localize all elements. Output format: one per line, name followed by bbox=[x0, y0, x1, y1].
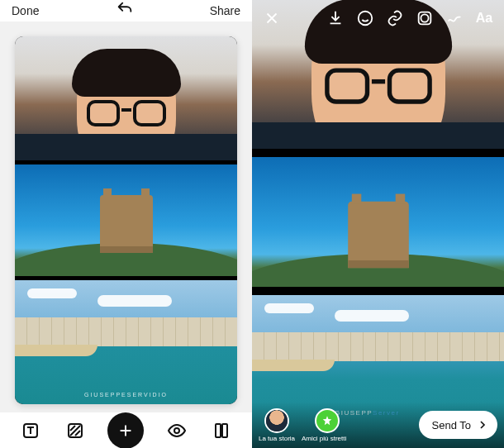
canvas-area: GIUSEPPESERVIDIO bbox=[0, 21, 252, 412]
link-button[interactable] bbox=[383, 7, 407, 30]
preview-icon bbox=[167, 421, 187, 441]
done-button[interactable]: Done bbox=[12, 4, 39, 17]
svg-point-2 bbox=[174, 428, 179, 433]
text-tool-icon bbox=[21, 421, 40, 441]
svg-rect-3 bbox=[216, 424, 221, 437]
undo-icon bbox=[116, 0, 134, 18]
text-tool-button[interactable] bbox=[18, 418, 43, 443]
texture-tool-button[interactable] bbox=[63, 418, 88, 443]
draw-button[interactable] bbox=[443, 7, 466, 30]
star-icon bbox=[321, 415, 333, 427]
send-to-label: Send To bbox=[432, 419, 471, 431]
collage-photo-3[interactable]: GIUSEPPESERVIDIO bbox=[15, 280, 237, 404]
story-compose-panel: Aa GIUSEPPServer La tua storia Amici più… bbox=[252, 0, 504, 448]
collage-editor-panel: Done Share bbox=[0, 0, 252, 448]
share-button[interactable]: Share bbox=[210, 4, 240, 17]
story-footer: La tua storia Amici più stretti Send To bbox=[252, 402, 504, 448]
preview-button[interactable] bbox=[164, 418, 189, 443]
collage-photo-1[interactable] bbox=[15, 36, 237, 160]
svg-point-5 bbox=[359, 12, 373, 26]
sticker-button[interactable] bbox=[354, 7, 377, 30]
close-friends-badge bbox=[315, 408, 340, 433]
close-icon bbox=[263, 9, 281, 27]
close-button[interactable] bbox=[260, 7, 283, 30]
photo-watermark: GIUSEPPESERVIDIO bbox=[84, 392, 168, 398]
download-icon bbox=[326, 9, 345, 27]
draw-icon bbox=[445, 9, 464, 27]
story-content[interactable] bbox=[252, 0, 504, 448]
chevron-right-icon bbox=[476, 418, 489, 431]
layout-button[interactable] bbox=[209, 418, 234, 443]
editor-toolbar bbox=[0, 412, 252, 448]
layout-icon bbox=[212, 421, 231, 441]
add-button[interactable] bbox=[107, 412, 144, 448]
download-button[interactable] bbox=[324, 7, 347, 30]
collage-card[interactable]: GIUSEPPESERVIDIO bbox=[15, 36, 237, 404]
editor-header: Done Share bbox=[0, 0, 252, 21]
effects-button[interactable] bbox=[413, 7, 436, 30]
close-friends-button[interactable]: Amici più stretti bbox=[302, 408, 346, 442]
sticker-smile-icon bbox=[356, 9, 374, 27]
undo-button[interactable] bbox=[116, 0, 134, 21]
your-story-button[interactable]: La tua storia bbox=[259, 408, 295, 442]
story-header: Aa bbox=[252, 0, 504, 36]
svg-rect-4 bbox=[222, 424, 227, 437]
collage-photo-2[interactable] bbox=[15, 164, 237, 276]
text-button[interactable]: Aa bbox=[473, 7, 496, 30]
story-photo-2 bbox=[252, 157, 504, 288]
texture-tool-icon bbox=[65, 421, 85, 441]
add-icon bbox=[116, 422, 135, 440]
link-icon bbox=[386, 9, 404, 27]
avatar bbox=[264, 408, 289, 433]
app-container: Done Share bbox=[0, 0, 504, 448]
effects-icon bbox=[416, 9, 434, 27]
send-to-button[interactable]: Send To bbox=[419, 411, 497, 439]
svg-point-7 bbox=[421, 14, 428, 21]
